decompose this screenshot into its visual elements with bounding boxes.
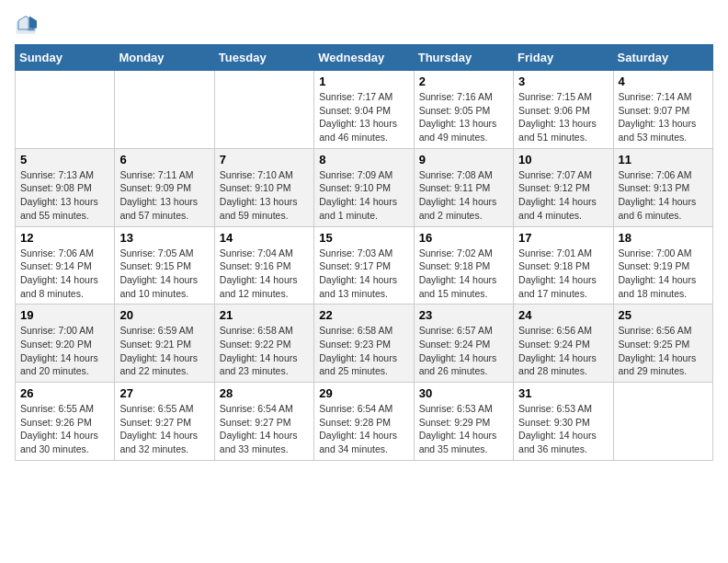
day-info: Sunrise: 7:09 AMSunset: 9:10 PMDaylight:…: [319, 168, 408, 223]
day-number: 29: [319, 386, 408, 400]
day-number: 10: [518, 153, 608, 167]
day-info: Sunrise: 6:55 AMSunset: 9:26 PMDaylight:…: [20, 402, 109, 456]
day-info: Sunrise: 7:00 AMSunset: 9:19 PMDaylight:…: [619, 247, 708, 301]
weekday-header-wednesday: Wednesday: [314, 45, 414, 71]
day-info: Sunrise: 6:57 AMSunset: 9:24 PMDaylight:…: [419, 324, 508, 378]
day-number: 30: [419, 386, 508, 400]
day-cell-14: 14Sunrise: 7:04 AMSunset: 9:16 PMDayligh…: [214, 226, 313, 304]
day-cell-29: 29Sunrise: 6:54 AMSunset: 9:28 PMDayligh…: [314, 383, 414, 461]
day-cell-24: 24Sunrise: 6:56 AMSunset: 9:24 PMDayligh…: [514, 304, 613, 383]
day-number: 25: [619, 308, 708, 322]
empty-cell: [16, 71, 115, 149]
weekday-header-tuesday: Tuesday: [214, 45, 313, 71]
day-cell-15: 15Sunrise: 7:03 AMSunset: 9:17 PMDayligh…: [314, 226, 414, 304]
day-number: 16: [419, 231, 508, 245]
day-cell-8: 8Sunrise: 7:09 AMSunset: 9:10 PMDaylight…: [314, 148, 414, 226]
day-number: 28: [220, 386, 309, 400]
day-cell-28: 28Sunrise: 6:54 AMSunset: 9:27 PMDayligh…: [214, 383, 313, 461]
day-number: 22: [319, 308, 408, 322]
empty-cell: [613, 383, 712, 461]
day-number: 15: [319, 231, 408, 245]
day-number: 6: [119, 153, 209, 167]
day-cell-23: 23Sunrise: 6:57 AMSunset: 9:24 PMDayligh…: [414, 304, 513, 383]
day-number: 9: [419, 153, 508, 167]
day-cell-10: 10Sunrise: 7:07 AMSunset: 9:12 PMDayligh…: [514, 148, 613, 226]
day-info: Sunrise: 6:54 AMSunset: 9:27 PMDaylight:…: [220, 402, 309, 456]
day-cell-19: 19Sunrise: 7:00 AMSunset: 9:20 PMDayligh…: [16, 304, 115, 383]
day-info: Sunrise: 6:58 AMSunset: 9:22 PMDaylight:…: [220, 324, 309, 378]
logo: [15, 15, 40, 37]
weekday-header-thursday: Thursday: [414, 45, 513, 71]
day-info: Sunrise: 7:01 AMSunset: 9:18 PMDaylight:…: [518, 247, 608, 301]
header: [15, 15, 713, 37]
day-info: Sunrise: 6:56 AMSunset: 9:24 PMDaylight:…: [518, 324, 608, 378]
day-number: 21: [220, 308, 309, 322]
day-number: 26: [20, 386, 109, 400]
week-row-5: 26Sunrise: 6:55 AMSunset: 9:26 PMDayligh…: [16, 383, 713, 461]
day-number: 3: [518, 75, 608, 88]
day-cell-18: 18Sunrise: 7:00 AMSunset: 9:19 PMDayligh…: [613, 226, 712, 304]
week-row-4: 19Sunrise: 7:00 AMSunset: 9:20 PMDayligh…: [16, 304, 713, 383]
day-cell-26: 26Sunrise: 6:55 AMSunset: 9:26 PMDayligh…: [16, 383, 115, 461]
day-info: Sunrise: 6:58 AMSunset: 9:23 PMDaylight:…: [319, 324, 408, 378]
day-cell-11: 11Sunrise: 7:06 AMSunset: 9:13 PMDayligh…: [613, 148, 712, 226]
day-info: Sunrise: 6:54 AMSunset: 9:28 PMDaylight:…: [319, 402, 408, 456]
day-cell-17: 17Sunrise: 7:01 AMSunset: 9:18 PMDayligh…: [514, 226, 613, 304]
day-info: Sunrise: 6:55 AMSunset: 9:27 PMDaylight:…: [119, 402, 209, 456]
weekday-header-monday: Monday: [115, 45, 214, 71]
day-number: 20: [119, 308, 209, 322]
day-info: Sunrise: 7:17 AMSunset: 9:04 PMDaylight:…: [319, 90, 408, 144]
day-number: 11: [619, 153, 708, 167]
weekday-header-sunday: Sunday: [16, 45, 115, 71]
day-info: Sunrise: 6:53 AMSunset: 9:29 PMDaylight:…: [419, 402, 508, 456]
day-cell-20: 20Sunrise: 6:59 AMSunset: 9:21 PMDayligh…: [115, 304, 214, 383]
day-number: 4: [619, 75, 708, 88]
day-info: Sunrise: 7:00 AMSunset: 9:20 PMDaylight:…: [20, 324, 109, 378]
day-info: Sunrise: 7:04 AMSunset: 9:16 PMDaylight:…: [220, 247, 309, 301]
day-info: Sunrise: 7:06 AMSunset: 9:13 PMDaylight:…: [619, 168, 708, 223]
day-cell-16: 16Sunrise: 7:02 AMSunset: 9:18 PMDayligh…: [414, 226, 513, 304]
day-info: Sunrise: 7:05 AMSunset: 9:15 PMDaylight:…: [119, 247, 209, 301]
calendar: SundayMondayTuesdayWednesdayThursdayFrid…: [15, 44, 713, 461]
empty-cell: [115, 71, 214, 149]
day-info: Sunrise: 7:03 AMSunset: 9:17 PMDaylight:…: [319, 247, 408, 301]
day-number: 17: [518, 231, 608, 245]
day-number: 18: [619, 231, 708, 245]
day-cell-9: 9Sunrise: 7:08 AMSunset: 9:11 PMDaylight…: [414, 148, 513, 226]
day-number: 19: [20, 308, 109, 322]
day-cell-3: 3Sunrise: 7:15 AMSunset: 9:06 PMDaylight…: [514, 71, 613, 149]
weekday-header-friday: Friday: [514, 45, 613, 71]
day-cell-6: 6Sunrise: 7:11 AMSunset: 9:09 PMDaylight…: [115, 148, 214, 226]
day-info: Sunrise: 7:02 AMSunset: 9:18 PMDaylight:…: [419, 247, 508, 301]
weekday-header-saturday: Saturday: [613, 45, 712, 71]
day-cell-4: 4Sunrise: 7:14 AMSunset: 9:07 PMDaylight…: [613, 71, 712, 149]
day-cell-13: 13Sunrise: 7:05 AMSunset: 9:15 PMDayligh…: [115, 226, 214, 304]
day-info: Sunrise: 7:10 AMSunset: 9:10 PMDaylight:…: [220, 168, 309, 223]
day-info: Sunrise: 6:53 AMSunset: 9:30 PMDaylight:…: [518, 402, 608, 456]
day-number: 14: [220, 231, 309, 245]
day-cell-25: 25Sunrise: 6:56 AMSunset: 9:25 PMDayligh…: [613, 304, 712, 383]
day-cell-7: 7Sunrise: 7:10 AMSunset: 9:10 PMDaylight…: [214, 148, 313, 226]
day-number: 8: [319, 153, 408, 167]
day-cell-21: 21Sunrise: 6:58 AMSunset: 9:22 PMDayligh…: [214, 304, 313, 383]
day-info: Sunrise: 7:08 AMSunset: 9:11 PMDaylight:…: [419, 168, 508, 223]
logo-icon: [15, 15, 37, 37]
day-info: Sunrise: 7:11 AMSunset: 9:09 PMDaylight:…: [119, 168, 209, 223]
day-info: Sunrise: 6:59 AMSunset: 9:21 PMDaylight:…: [119, 324, 209, 378]
week-row-1: 1Sunrise: 7:17 AMSunset: 9:04 PMDaylight…: [16, 71, 713, 149]
day-cell-1: 1Sunrise: 7:17 AMSunset: 9:04 PMDaylight…: [314, 71, 414, 149]
day-number: 1: [319, 75, 408, 88]
day-number: 2: [419, 75, 508, 88]
day-cell-12: 12Sunrise: 7:06 AMSunset: 9:14 PMDayligh…: [16, 226, 115, 304]
weekday-header-row: SundayMondayTuesdayWednesdayThursdayFrid…: [16, 45, 713, 71]
day-cell-31: 31Sunrise: 6:53 AMSunset: 9:30 PMDayligh…: [514, 383, 613, 461]
day-info: Sunrise: 7:14 AMSunset: 9:07 PMDaylight:…: [619, 90, 708, 144]
day-number: 27: [119, 386, 209, 400]
day-info: Sunrise: 7:13 AMSunset: 9:08 PMDaylight:…: [20, 168, 109, 223]
day-number: 5: [20, 153, 109, 167]
day-cell-22: 22Sunrise: 6:58 AMSunset: 9:23 PMDayligh…: [314, 304, 414, 383]
day-number: 31: [518, 386, 608, 400]
day-info: Sunrise: 6:56 AMSunset: 9:25 PMDaylight:…: [619, 324, 708, 378]
day-number: 13: [119, 231, 209, 245]
empty-cell: [214, 71, 313, 149]
